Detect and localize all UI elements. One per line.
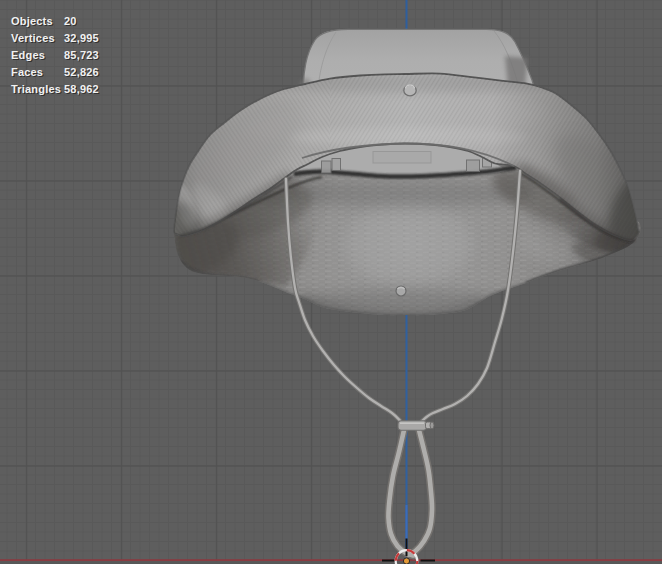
- svg-text:Vertices: Vertices: [11, 32, 55, 44]
- svg-text:32,995: 32,995: [64, 32, 99, 44]
- svg-text:Triangles: Triangles: [11, 83, 61, 95]
- svg-text:58,962: 58,962: [64, 83, 99, 95]
- svg-text:Edges: Edges: [11, 49, 45, 61]
- svg-text:Objects: Objects: [11, 15, 53, 27]
- svg-text:20: 20: [64, 15, 77, 27]
- svg-text:Faces: Faces: [11, 66, 43, 78]
- svg-text:85,723: 85,723: [64, 49, 99, 61]
- svg-text:52,826: 52,826: [64, 66, 99, 78]
